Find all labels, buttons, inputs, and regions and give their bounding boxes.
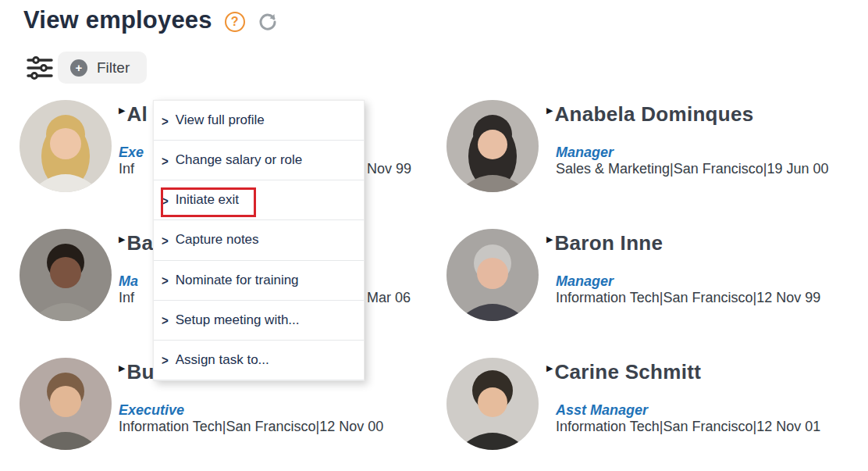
employee-details: Inf — [119, 290, 134, 306]
expand-marker-icon[interactable]: ▶ — [119, 105, 125, 116]
menu-item-assign-task-to[interactable]: > Assign task to... — [154, 341, 364, 380]
header: View employees ? — [23, 6, 278, 34]
employee-role: Manager — [556, 273, 614, 290]
employee-details-tail: Nov 99 — [367, 161, 411, 177]
employee-name[interactable]: Carine Schmitt — [554, 361, 701, 384]
expand-marker-icon[interactable]: ▶ — [546, 363, 553, 373]
employee-details-tail: Mar 06 — [367, 290, 411, 306]
filter-button-label: Filter — [97, 59, 130, 77]
employee-name[interactable]: Baron Inne — [554, 232, 663, 255]
expand-marker-icon[interactable]: ▶ — [546, 105, 553, 116]
employee-details: Information Tech|San Francisco|12 Nov 01 — [556, 419, 820, 435]
employee-role: Executive — [119, 402, 184, 419]
employee-role: Ma — [119, 273, 138, 290]
employee-details: Inf — [119, 161, 134, 177]
employee-role: Manager — [556, 145, 614, 161]
expand-marker-icon[interactable]: ▶ — [119, 363, 125, 373]
expand-marker-icon[interactable]: ▶ — [119, 234, 125, 244]
menu-item-capture-notes[interactable]: > Capture notes — [154, 220, 364, 260]
refresh-icon[interactable] — [258, 12, 278, 32]
chevron-right-icon: > — [162, 193, 169, 209]
filter-button[interactable]: + Filter — [58, 52, 147, 84]
context-menu: > View full profile > Change salary or r… — [153, 100, 365, 381]
chevron-right-icon: > — [162, 273, 169, 288]
avatar[interactable] — [446, 358, 539, 450]
employee-name-row[interactable]: ▶ Anabela Dominques — [546, 103, 754, 127]
chevron-right-icon: > — [162, 233, 169, 248]
menu-item-nominate-for-training[interactable]: > Nominate for training — [154, 261, 364, 301]
avatar[interactable] — [20, 229, 112, 321]
employee-name[interactable]: Ba — [126, 232, 153, 255]
add-icon: + — [70, 59, 87, 77]
employee-name-row[interactable]: ▶ Bu — [119, 361, 155, 384]
chevron-right-icon: > — [162, 152, 169, 168]
chevron-right-icon: > — [162, 352, 169, 368]
chevron-right-icon: > — [162, 112, 169, 128]
employee-name-row[interactable]: ▶ Baron Inne — [546, 232, 663, 255]
employee-name[interactable]: Bu — [126, 361, 154, 384]
avatar[interactable] — [446, 229, 539, 321]
avatar[interactable] — [446, 100, 539, 192]
employee-details: Information Tech|San Francisco|12 Nov 00 — [119, 419, 383, 435]
help-icon[interactable]: ? — [225, 12, 245, 32]
menu-item-view-full-profile[interactable]: > View full profile — [154, 101, 364, 141]
employee-name[interactable]: Al — [126, 103, 148, 127]
menu-item-setup-meeting-with[interactable]: > Setup meeting with... — [154, 301, 364, 341]
employee-role: Exe — [119, 145, 144, 161]
view-employees-page: View employees ? + Filter — [0, 0, 868, 471]
employee-role: Asst Manager — [556, 402, 648, 419]
employee-details: Sales & Marketing|San Francisco|19 Jun 0… — [556, 161, 829, 177]
menu-item-initiate-exit[interactable]: > Initiate exit — [154, 180, 364, 220]
filter-settings-icon[interactable] — [26, 54, 54, 82]
avatar[interactable] — [20, 358, 112, 450]
employee-name[interactable]: Anabela Dominques — [554, 103, 753, 127]
expand-marker-icon[interactable]: ▶ — [546, 234, 553, 244]
page-title: View employees — [23, 6, 212, 34]
employee-details: Information Tech|San Francisco|12 Nov 99 — [556, 290, 820, 306]
avatar[interactable] — [20, 100, 112, 192]
employee-name-row[interactable]: ▶ Carine Schmitt — [546, 361, 701, 384]
menu-item-change-salary-or-role[interactable]: > Change salary or role — [154, 141, 364, 180]
employee-name-row[interactable]: ▶ Al — [119, 103, 148, 127]
employee-name-row[interactable]: ▶ Ba — [119, 232, 153, 255]
chevron-right-icon: > — [162, 312, 169, 328]
